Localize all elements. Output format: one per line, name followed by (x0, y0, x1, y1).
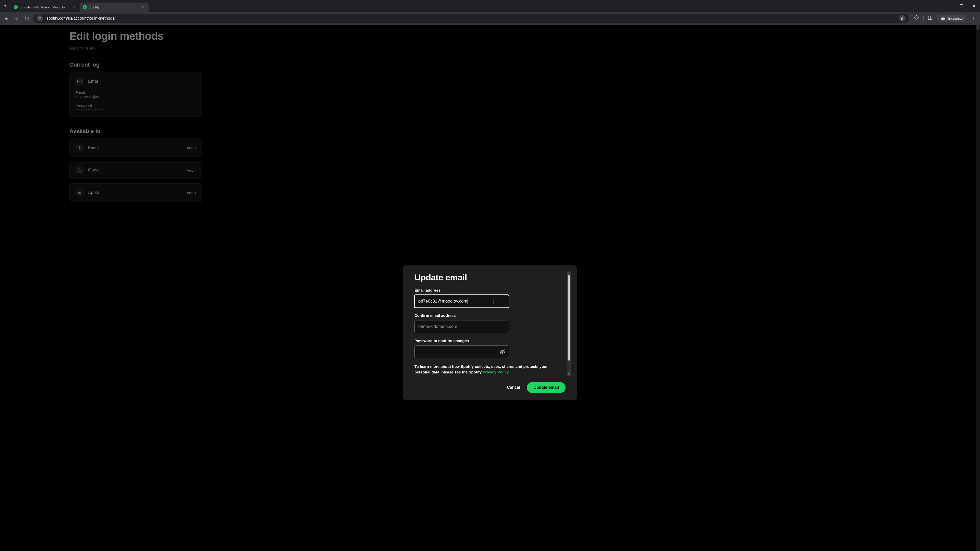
browser-menu-button[interactable]: ⋮ (970, 16, 977, 21)
tab-strip: Spotify - Web Player: Music for ✕ Spotif… (0, 0, 980, 12)
bookmark-button[interactable] (899, 15, 905, 22)
password-input[interactable] (414, 346, 509, 359)
password-label: Password to confirm changes (414, 339, 509, 343)
browser-tab-1[interactable]: Spotify ✕ (80, 3, 148, 12)
email-label: Email address (414, 288, 509, 292)
eye-off-icon[interactable] (500, 349, 506, 355)
tab-close-button[interactable]: ✕ (73, 5, 76, 9)
incognito-icon (940, 17, 945, 20)
back-button[interactable] (3, 14, 10, 22)
new-tab-button[interactable]: + (148, 2, 157, 12)
confirm-email-placeholder: name@domain.com (418, 324, 457, 329)
incognito-label: Incognito (948, 16, 963, 21)
browser-tab-0[interactable]: Spotify - Web Player: Music for ✕ (11, 3, 80, 12)
update-email-button[interactable]: Update email (527, 382, 566, 393)
window-close-button[interactable] (968, 0, 980, 12)
email-input-value: bd7e0c31@moodjoy.com (418, 299, 467, 304)
tab-search-button[interactable] (0, 0, 11, 12)
arrow-right-icon (14, 16, 19, 21)
update-email-modal: ▲ ▼ Update email Email address bd7e0c31@… (403, 265, 577, 400)
spotify-icon (83, 5, 87, 9)
text-cursor-icon (493, 299, 495, 304)
arrow-left-icon (4, 16, 9, 21)
star-icon (900, 17, 904, 21)
tab-close-button[interactable]: ✕ (142, 5, 145, 9)
text-caret (468, 299, 468, 304)
modal-title: Update email (414, 273, 566, 283)
privacy-policy-text: To learn more about how Spotify collects… (414, 364, 552, 375)
puzzle-icon (914, 15, 919, 21)
privacy-policy-link[interactable]: Privacy Policy (483, 370, 509, 374)
site-info-button[interactable] (37, 15, 43, 21)
scroll-up-icon: ▲ (567, 272, 571, 275)
forward-button[interactable] (13, 14, 21, 22)
email-input[interactable]: bd7e0c31@moodjoy.com (414, 295, 509, 308)
spotify-icon (14, 5, 18, 9)
reload-icon (24, 16, 29, 21)
extensions-button[interactable] (914, 15, 920, 22)
svg-rect-2 (928, 16, 932, 19)
browser-toolbar: spotify.com/us/account/login-methods/ (0, 12, 980, 25)
browser-window: Spotify - Web Player: Music for ✕ Spotif… (0, 0, 980, 551)
window-controls (943, 0, 980, 12)
tab-title: Spotify (89, 5, 139, 9)
incognito-indicator[interactable]: Incognito (937, 15, 966, 22)
toolbar-divider (923, 16, 924, 21)
side-panel-button[interactable] (927, 15, 933, 22)
cancel-button[interactable]: Cancel (507, 385, 520, 390)
chevron-down-icon (4, 5, 6, 6)
omnibox[interactable]: spotify.com/us/account/login-methods/ (33, 14, 909, 23)
tune-icon (38, 17, 41, 20)
confirm-email-input[interactable]: name@domain.com (414, 321, 509, 333)
scroll-down-icon: ▼ (567, 372, 571, 376)
panel-icon (928, 15, 933, 21)
tab-title: Spotify - Web Player: Music for (21, 5, 70, 9)
svg-point-0 (40, 17, 41, 18)
modal-scrollbar-thumb[interactable] (568, 275, 570, 361)
window-minimize-button[interactable] (943, 0, 956, 12)
svg-point-1 (39, 19, 40, 19)
reload-button[interactable] (23, 14, 30, 22)
omnibox-url: spotify.com/us/account/login-methods/ (46, 16, 116, 21)
confirm-email-label: Confirm email address (414, 313, 509, 318)
modal-scrollbar[interactable]: ▲ ▼ (566, 272, 571, 376)
page-viewport: Edit login methods Add one or sev Curren… (0, 25, 980, 551)
window-maximize-button[interactable] (956, 0, 968, 12)
